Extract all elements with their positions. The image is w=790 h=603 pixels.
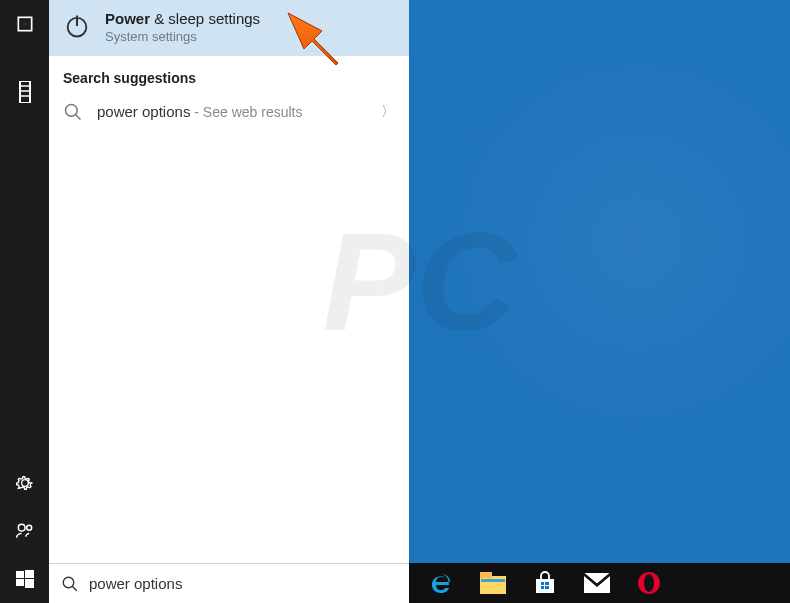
svg-line-15 xyxy=(76,115,81,120)
rail-home-icon[interactable] xyxy=(0,0,49,48)
search-suggestions-header: Search suggestions xyxy=(49,56,409,94)
svg-rect-24 xyxy=(541,586,544,589)
search-panel: Power & sleep settings System settings S… xyxy=(49,0,409,603)
best-match-title: Power & sleep settings xyxy=(105,10,260,27)
feedback-icon[interactable] xyxy=(0,507,49,555)
svg-point-1 xyxy=(22,22,27,27)
search-input[interactable] xyxy=(89,575,397,592)
svg-rect-20 xyxy=(481,579,505,582)
chevron-right-icon: 〉 xyxy=(381,103,395,121)
taskbar-opera-icon[interactable] xyxy=(635,569,663,597)
search-box[interactable] xyxy=(49,563,409,603)
taskbar-explorer-icon[interactable] xyxy=(479,569,507,597)
svg-point-16 xyxy=(63,577,74,588)
web-suggestion[interactable]: power options - See web results 〉 xyxy=(49,94,409,130)
taskbar-edge-icon[interactable] xyxy=(427,569,455,597)
taskbar-mail-icon[interactable] xyxy=(583,569,611,597)
svg-point-7 xyxy=(26,525,31,530)
svg-point-6 xyxy=(18,524,25,531)
best-match-text: Power & sleep settings System settings xyxy=(105,10,260,44)
best-match-result[interactable]: Power & sleep settings System settings xyxy=(49,0,409,56)
power-icon xyxy=(63,12,91,40)
svg-rect-18 xyxy=(480,576,506,594)
desktop xyxy=(409,0,790,603)
search-icon xyxy=(63,102,83,122)
svg-point-28 xyxy=(644,574,654,592)
svg-rect-8 xyxy=(16,571,24,578)
taskbar xyxy=(409,563,790,603)
search-icon xyxy=(61,575,79,593)
svg-rect-11 xyxy=(25,579,34,588)
settings-icon[interactable] xyxy=(0,459,49,507)
svg-rect-10 xyxy=(16,579,24,586)
svg-line-17 xyxy=(72,586,77,591)
svg-rect-25 xyxy=(545,586,549,589)
start-icon[interactable] xyxy=(0,555,49,603)
best-match-subtitle: System settings xyxy=(105,29,260,44)
cortana-rail xyxy=(0,0,49,603)
svg-rect-19 xyxy=(480,572,492,578)
suggestion-text: power options - See web results xyxy=(97,103,302,121)
svg-point-14 xyxy=(66,105,78,117)
rail-apps-icon[interactable] xyxy=(0,68,49,116)
taskbar-store-icon[interactable] xyxy=(531,569,559,597)
svg-rect-23 xyxy=(545,582,549,585)
svg-rect-22 xyxy=(541,582,544,585)
svg-rect-9 xyxy=(25,570,34,578)
svg-rect-2 xyxy=(20,81,30,103)
